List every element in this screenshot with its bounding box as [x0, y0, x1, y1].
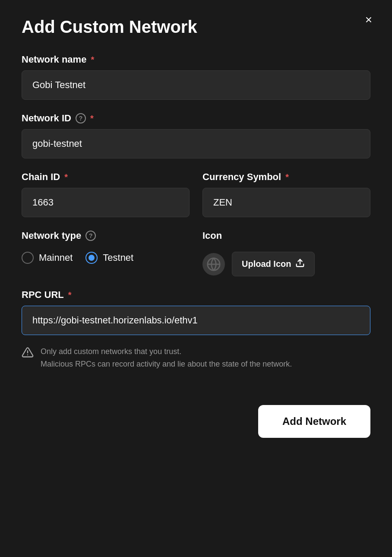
warning-box: Only add custom networks that you trust.…: [22, 345, 370, 370]
chain-id-label: Chain ID *: [22, 171, 190, 183]
radio-testnet[interactable]: Testnet: [85, 252, 133, 264]
rpc-url-field: RPC URL *: [22, 289, 370, 335]
required-indicator: *: [90, 114, 94, 123]
modal: × Add Custom Network Network name * Netw…: [0, 0, 392, 557]
network-type-icon-row: Network type ? Mainnet Testnet Icon: [22, 230, 370, 276]
network-type-col: Network type ? Mainnet Testnet: [22, 230, 190, 276]
network-name-field: Network name *: [22, 54, 370, 100]
upload-arrow-icon: [295, 258, 305, 270]
warning-line1: Only add custom networks that you trust.: [41, 347, 181, 356]
radio-testnet-label: Testnet: [103, 252, 133, 263]
add-network-button[interactable]: Add Network: [258, 405, 370, 438]
rpc-url-input[interactable]: [22, 306, 370, 335]
network-name-input[interactable]: [22, 70, 370, 100]
network-id-input[interactable]: [22, 129, 370, 158]
currency-symbol-field: Currency Symbol *: [202, 171, 370, 217]
chain-currency-row: Chain ID * Currency Symbol *: [22, 171, 370, 217]
network-id-field: Network ID ? *: [22, 113, 370, 158]
radio-testnet-inner: [89, 255, 95, 261]
network-type-help-icon[interactable]: ?: [85, 231, 96, 241]
required-indicator: *: [285, 172, 289, 182]
radio-mainnet[interactable]: Mainnet: [22, 252, 73, 264]
network-type-label: Network type ?: [22, 230, 190, 241]
chain-id-field: Chain ID *: [22, 171, 190, 217]
network-id-label: Network ID ? *: [22, 113, 370, 124]
warning-line2: Malicious RPCs can record activity and l…: [41, 360, 292, 368]
required-indicator: *: [68, 290, 72, 300]
chain-id-input[interactable]: [22, 188, 190, 217]
upload-icon-label: Upload Icon: [242, 259, 291, 269]
required-indicator: *: [64, 172, 68, 182]
currency-symbol-label: Currency Symbol *: [202, 171, 370, 183]
warning-text: Only add custom networks that you trust.…: [41, 345, 292, 370]
radio-mainnet-outer: [22, 252, 34, 264]
placeholder-icon: [206, 257, 221, 272]
icon-col: Icon Upload Icon: [202, 230, 370, 276]
radio-mainnet-label: Mainnet: [39, 252, 73, 263]
upload-icon-button[interactable]: Upload Icon: [232, 252, 315, 276]
footer: Add Network: [22, 405, 370, 438]
close-button[interactable]: ×: [361, 12, 376, 28]
radio-testnet-outer: [85, 252, 98, 264]
icon-label: Icon: [202, 230, 370, 241]
network-name-label: Network name *: [22, 54, 370, 65]
radio-group: Mainnet Testnet: [22, 252, 190, 264]
icon-preview: [202, 253, 225, 275]
modal-title: Add Custom Network: [22, 17, 370, 37]
icon-upload-row: Upload Icon: [202, 252, 370, 276]
network-id-help-icon[interactable]: ?: [76, 113, 86, 123]
rpc-url-label: RPC URL *: [22, 289, 370, 301]
required-indicator: *: [91, 55, 94, 65]
currency-symbol-input[interactable]: [202, 188, 370, 217]
warning-icon: [22, 346, 34, 361]
